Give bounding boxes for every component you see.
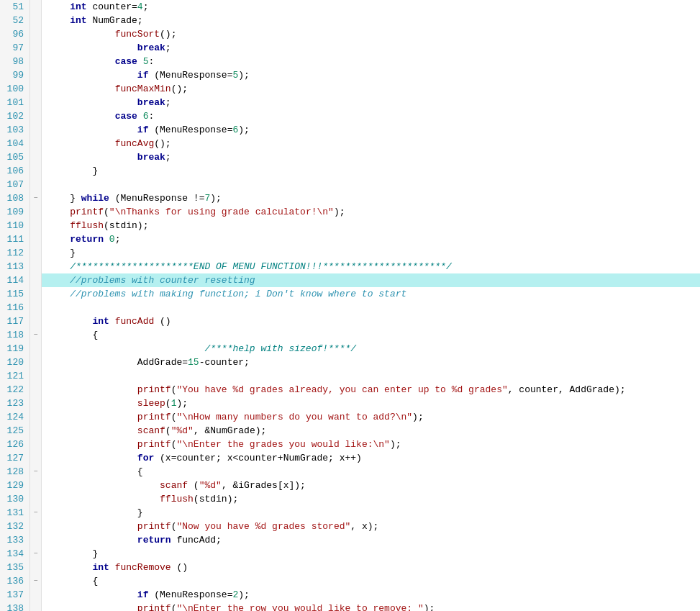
code-content: printf("\nEnter the grades you would lik… [42,438,700,451]
fold-gutter [30,287,42,301]
token-plain [47,384,137,395]
code-line: 116 [0,301,700,314]
fold-gutter [30,520,42,533]
token-fn: sleep [137,398,165,409]
token-plain: } [47,193,81,204]
fold-gutter [30,246,42,260]
line-number: 135 [0,561,30,574]
line-number: 133 [0,533,30,547]
code-content: return 0; [42,232,700,246]
fold-gutter [30,14,42,27]
code-line: 52 int NumGrade; [0,14,700,27]
line-number: 118 [0,328,30,342]
token-plain [47,56,115,67]
token-plain: () [171,562,188,573]
token-kw: int [70,1,86,12]
code-line: 125 scanf("%d", &NumGrade); [0,424,700,438]
token-plain: (); [154,138,171,149]
token-plain: ); [238,589,250,600]
token-plain: (MenuResponse= [148,125,232,135]
fold-gutter[interactable]: − [30,574,42,588]
code-content: funcMaxMin(); [42,82,700,96]
token-fn: funcSort [115,29,160,40]
code-line: 96 funcSort(); [0,27,700,41]
line-number: 103 [0,123,30,137]
code-line: 119 /****help with sizeof!****/ [0,342,700,356]
code-content: printf("\nEnter the row you would like t… [42,602,700,611]
line-number: 131 [0,506,30,520]
line-number: 117 [0,314,30,328]
code-line: 108− } while (MenuResponse !=7); [0,191,700,205]
fold-gutter [30,232,42,246]
code-content: int counter=4; [42,0,700,14]
code-line: 131− } [0,506,700,520]
token-plain: } [47,248,76,258]
code-content: AddGrade=15-counter; [42,356,700,369]
token-plain: ; [143,1,149,12]
fold-gutter[interactable]: − [30,465,42,479]
fold-gutter[interactable]: − [30,506,42,520]
token-plain: ( [165,425,171,436]
token-plain: funcAdd; [171,535,222,546]
code-content: funcAvg(); [42,137,700,150]
token-fn: fflush [70,220,104,231]
line-number: 137 [0,588,30,602]
token-kw: if [137,70,149,81]
token-fn: printf [70,207,104,217]
token-fn: funcMaxMin [115,83,171,94]
token-str: "\nThanks for using grade calculator!\n" [109,207,334,217]
code-line: 118− { [0,328,700,342]
fold-gutter [30,451,42,465]
token-plain: : [148,111,154,122]
token-plain: ; [165,97,171,108]
line-number: 113 [0,260,30,273]
line-number: 97 [0,41,30,55]
token-kw: break [137,42,165,53]
fold-gutter [30,533,42,547]
code-line: 100 funcMaxMin(); [0,82,700,96]
code-content: fflush(stdin); [42,492,700,506]
token-plain [137,56,143,67]
token-kw: int [92,562,109,573]
token-plain: (); [171,83,188,94]
token-plain [47,70,137,81]
token-plain: , counter, AddGrade); [508,384,626,395]
code-content: for (x=counter; x<counter+NumGrade; x++) [42,451,700,465]
fold-gutter[interactable]: − [30,547,42,561]
code-content: } [42,246,700,260]
fold-gutter[interactable]: − [30,328,42,342]
code-line: 97 break; [0,41,700,55]
token-str: "You have %d grades already, you can ent… [176,384,507,395]
token-fn: funcRemove [115,562,171,573]
fold-gutter [30,342,42,356]
token-plain: ; [165,42,171,53]
code-line: 123 sleep(1); [0,397,700,410]
token-kw: return [137,535,171,546]
fold-gutter[interactable]: − [30,191,42,205]
code-line: 132 printf("Now you have %d grades store… [0,520,700,533]
token-fn: printf [137,384,171,395]
line-number: 126 [0,438,30,451]
code-content: scanf("%d", &NumGrade); [42,424,700,438]
token-kw: if [137,589,149,600]
token-plain [47,453,137,463]
line-number: 100 [0,82,30,96]
token-kw: if [137,125,149,135]
token-kw: case [115,56,137,67]
fold-gutter [30,96,42,109]
token-kw: int [70,15,86,26]
token-plain [47,562,92,573]
code-content [42,301,700,314]
token-plain [47,15,70,26]
token-plain [47,535,137,546]
token-plain: (MenuResponse != [109,193,205,204]
token-plain: } [47,548,98,559]
token-plain: ); [412,412,424,422]
code-line: 103 if (MenuResponse=6); [0,123,700,137]
fold-gutter [30,150,42,164]
fold-gutter [30,219,42,232]
line-number: 116 [0,301,30,314]
token-plain: (x=counter; x<counter+NumGrade; x++) [154,453,362,463]
token-plain: , &NumGrade); [194,425,266,436]
code-line: 124 printf("\nHow many numbers do you wa… [0,410,700,424]
